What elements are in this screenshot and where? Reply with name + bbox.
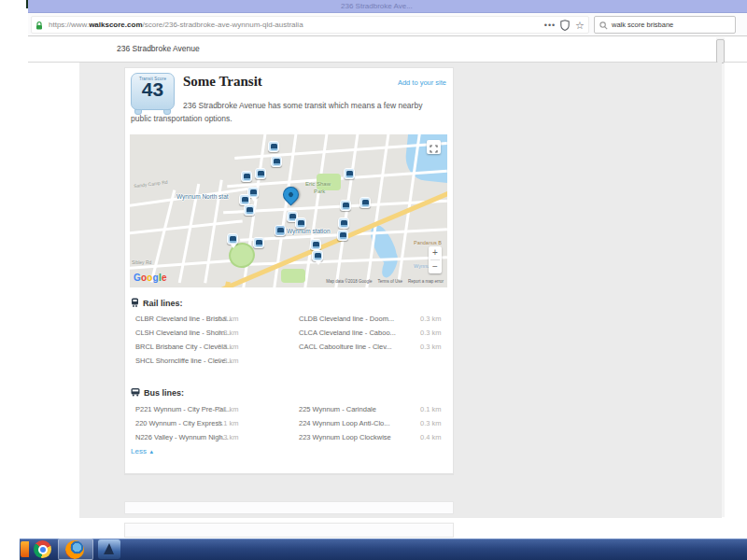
rail-line-name[interactable]: CLSH Cleveland line - Shorn...: [135, 329, 216, 337]
map-park-label: Park: [314, 189, 325, 194]
rail-line-distance: 0.3 km: [218, 315, 239, 323]
rail-line-distance: 0.3 km: [420, 343, 442, 351]
rail-line-distance: 0.3 km: [218, 329, 239, 337]
rail-line-name[interactable]: CLCA Cleveland line - Caboo...: [299, 329, 379, 337]
search-query-text: walk score brisbane: [612, 21, 673, 29]
map-area-label: Wynnu: [414, 263, 430, 269]
bus-stop-marker[interactable]: [310, 239, 321, 250]
bus-line-distance: 0.1 km: [218, 405, 239, 413]
bus-line-name[interactable]: P221 Wynnum - City Pre-Pai...: [135, 405, 216, 413]
bus-stop-marker[interactable]: [244, 204, 255, 216]
next-section-card: [124, 523, 454, 538]
transit-score-badge: Transit Score 43: [131, 73, 175, 110]
bus-lines-header: Bus lines:: [131, 387, 184, 398]
map-road: [334, 134, 359, 287]
scrollbar-thumb[interactable]: [716, 39, 725, 63]
transit-map[interactable]: Sandy Camp Rd Sibley Rd Wynnum North sta…: [130, 134, 447, 287]
description-line-1: 236 Stradbroke Avenue has some transit w…: [183, 101, 422, 110]
taskbar-app-icon[interactable]: [98, 539, 120, 559]
rail-line-name[interactable]: CLDB Cleveland line - Doom...: [299, 315, 379, 323]
collapse-arrow-icon: ▲: [148, 449, 154, 455]
bookmark-star-icon[interactable]: ☆: [575, 15, 585, 35]
map-road-label: Sandy Camp Rd: [134, 179, 168, 189]
map-park: [281, 269, 305, 283]
bus-line-name[interactable]: 220 Wynnum - City Express: [135, 419, 216, 427]
rail-line-distance: 0.3 km: [218, 343, 239, 351]
bus-line-distance: 0.3 km: [420, 419, 442, 427]
browser-titlebar: 236 Stradbroke Ave...: [28, 0, 747, 13]
search-input[interactable]: walk score brisbane: [594, 16, 736, 34]
rail-line-distance: 0.3 km: [420, 329, 442, 337]
map-attribution: Map data ©2018 GoogleTerms of UseReport …: [320, 279, 444, 284]
rail-lines-header: Rail lines:: [131, 298, 183, 308]
rail-line-distance: 0.3 km: [420, 315, 442, 323]
google-logo: Google: [134, 273, 167, 283]
rail-stop-marker[interactable]: [275, 225, 286, 236]
map-station-label[interactable]: Wynnum North stat: [176, 193, 229, 200]
bus-stop-marker[interactable]: [241, 171, 252, 182]
bus-stop-marker[interactable]: [253, 237, 264, 248]
desktop: 236 Stradbroke Ave... https://www.walksc…: [0, 0, 747, 560]
bus-line-name[interactable]: 225 Wynnum - Carindale: [299, 405, 379, 413]
bus-stop-marker[interactable]: [271, 156, 282, 167]
bus-stop-marker[interactable]: [255, 168, 266, 179]
url-bar[interactable]: https://www.walkscore.com/score/236-stra…: [31, 16, 589, 34]
bus-line-distance: 0.1 km: [420, 405, 442, 413]
zoom-out-button[interactable]: −: [429, 260, 442, 273]
report-error-link[interactable]: Report a map error: [408, 279, 444, 284]
url-text: https://www.walkscore.com/score/236-stra…: [49, 21, 303, 29]
bus-stop-marker[interactable]: [227, 233, 238, 245]
bus-stop-marker[interactable]: [337, 230, 348, 241]
tab-title[interactable]: 236 Stradbroke Ave...: [341, 2, 413, 10]
map-zoom-control[interactable]: + −: [429, 246, 442, 273]
map-park-label: Eric Shaw: [305, 181, 331, 187]
page-actions-icon[interactable]: •••: [542, 15, 558, 35]
map-road-label: Sibley Rd: [132, 259, 151, 265]
bus-line-name[interactable]: 224 Wynnum Loop Anti-Clo...: [299, 419, 379, 427]
firefox-icon[interactable]: [65, 540, 84, 559]
bus-stop-marker[interactable]: [344, 168, 355, 179]
taskbar-cut-icon[interactable]: [21, 541, 29, 557]
rail-line-name[interactable]: SHCL Shorncliffe line - Cleve...: [135, 357, 216, 365]
padlock-icon: [35, 17, 43, 34]
bus-stop-marker[interactable]: [340, 200, 351, 211]
bus-line-distance: 0.3 km: [218, 433, 239, 441]
bus-icon: [131, 387, 140, 397]
next-section-card: [124, 501, 454, 514]
map-area-label: Pandanus B: [414, 240, 442, 245]
chrome-icon[interactable]: [34, 540, 51, 558]
fullscreen-button[interactable]: [427, 140, 441, 154]
bus-stop-marker[interactable]: [295, 217, 306, 229]
section-heading: Some Transit: [183, 74, 262, 90]
transit-score-value: 43: [132, 81, 174, 97]
rail-line-name[interactable]: CLBR Cleveland line - Brisba...: [135, 315, 216, 323]
bus-line-name[interactable]: N226 Valley - Wynnum Nigh...: [135, 433, 216, 441]
add-to-your-site-link[interactable]: Add to your site: [372, 78, 446, 87]
bus-line-name[interactable]: 223 Wynnum Loop Clockwise: [299, 433, 379, 441]
address-heading: 236 Stradbroke Avenue: [117, 44, 200, 53]
less-link[interactable]: Less ▲: [131, 447, 154, 455]
map-station-label[interactable]: Wynnum station: [287, 228, 331, 234]
tracking-shield-icon[interactable]: [560, 18, 570, 35]
location-pin: [279, 183, 302, 205]
bus-stop-marker[interactable]: [338, 217, 349, 229]
description-line-2: public transportation options.: [131, 114, 233, 123]
map-road: [130, 219, 243, 234]
rail-line-distance: 0.3 km: [218, 357, 239, 365]
bus-stop-marker[interactable]: [268, 141, 279, 152]
rail-line-name[interactable]: BRCL Brisbane City - Clevela...: [135, 343, 216, 351]
zoom-in-button[interactable]: +: [429, 246, 442, 259]
search-icon: [599, 17, 608, 34]
rail-line-name[interactable]: CACL Caboolture line - Clev...: [299, 343, 379, 351]
bus-stop-marker[interactable]: [312, 250, 323, 261]
map-data-text: Map data ©2018 Google: [326, 279, 372, 284]
bus-line-distance: 0.4 km: [420, 433, 442, 441]
train-icon: [131, 298, 139, 307]
windows-taskbar: [20, 539, 747, 560]
terms-link[interactable]: Terms of Use: [377, 279, 402, 284]
bus-stop-marker[interactable]: [359, 197, 371, 208]
bus-line-distance: 0.1 km: [218, 419, 239, 427]
map-road: [150, 189, 176, 283]
